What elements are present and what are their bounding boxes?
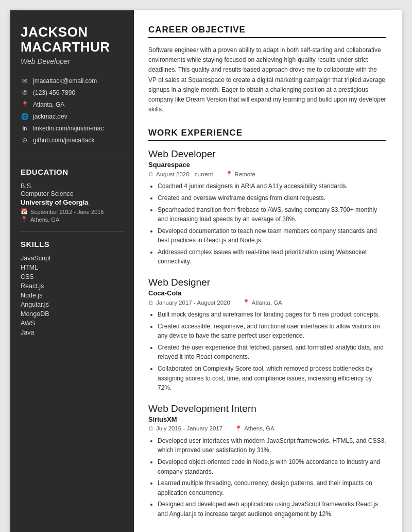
company-name-2: Coca-Cola <box>148 289 386 297</box>
skill-item: JavaScript <box>21 255 124 262</box>
edu-major: Computer Science <box>21 190 124 197</box>
location-text: Atlanta, GA <box>33 101 64 108</box>
bullet-item: Coached 4 junior designers in ARIA and A… <box>158 181 386 191</box>
linkedin-icon: in <box>21 124 29 132</box>
website-icon: 🌐 <box>21 112 29 121</box>
website-text: jackmac.dev <box>33 113 67 120</box>
bullet-item: Created accessible, responsive, and func… <box>158 322 386 341</box>
job-block-1: Web Developer Squarespace 🗓 August 2020 … <box>148 148 386 267</box>
job-meta-2: 🗓 January 2017 - August 2020 📍 Atlanta, … <box>148 299 386 306</box>
skill-item: Angular.js <box>21 301 124 308</box>
education-section: EDUCATION B.S. Computer Science Universi… <box>21 168 124 223</box>
calendar-icon-2: 🗓 <box>148 300 154 306</box>
contact-section: ✉ jmacattack@email.com ✆ (123) 456-7890 … <box>21 77 124 144</box>
job-dates-2: 🗓 January 2017 - August 2020 <box>148 300 230 306</box>
education-block: B.S. Computer Science University of Geor… <box>21 182 124 223</box>
email-text: jmacattack@email.com <box>33 77 97 85</box>
edu-location-text: Athens, GA <box>30 217 59 223</box>
bullet-item: Designed and developed web applications … <box>158 500 386 519</box>
location-icon-2: 📍 <box>243 299 250 306</box>
contact-linkedin: in linkedin.com/in/justin-mac <box>21 124 124 132</box>
name-line1: JACKSON <box>21 24 88 40</box>
job-location-text-1: Remote <box>235 171 255 177</box>
bullet-item: Collaborated on Complexity Score tool, w… <box>158 364 386 393</box>
skill-item: HTML <box>21 264 124 271</box>
skill-item: CSS <box>21 273 124 280</box>
bullet-item: Addressed complex issues with real-time … <box>158 247 386 267</box>
skill-item: AWS <box>21 320 124 327</box>
career-objective-heading: CAREER OBJECTIVE <box>148 25 386 38</box>
edu-dates-text: September 2012 - June 2016 <box>30 209 104 215</box>
job-dates-text-1: August 2020 - current <box>156 171 213 177</box>
job-dates-3: 🗓 July 2016 - January 2017 <box>148 425 222 431</box>
job-location-text-3: Athens, GA <box>244 425 274 431</box>
github-text: github.com/jmacattack <box>33 137 94 144</box>
bullet-item: Learned multiple threading, concurrency,… <box>158 478 386 497</box>
divider-2 <box>21 231 124 231</box>
company-name-1: Squarespace <box>148 161 386 169</box>
job-location-2: 📍 Atlanta, GA <box>243 299 282 306</box>
job-block-2: Web Designer Coca-Cola 🗓 January 2017 - … <box>148 277 386 393</box>
skills-list: JavaScript HTML CSS React.js Node.js Ang… <box>21 255 124 336</box>
phone-text: (123) 456-7890 <box>33 89 75 96</box>
contact-location: 📍 Atlanta, GA <box>21 101 124 109</box>
job-dates-text-2: January 2017 - August 2020 <box>156 300 230 306</box>
contact-email: ✉ jmacattack@email.com <box>21 77 124 85</box>
job-dates-text-3: July 2016 - January 2017 <box>156 425 222 431</box>
contact-github: ⊙ github.com/jmacattack <box>21 136 124 144</box>
job-title-2: Web Designer <box>148 277 386 288</box>
bullet-item: Created and oversaw wireframe designs fr… <box>158 193 386 203</box>
job-title-3: Web Development Intern <box>148 403 386 414</box>
contact-website: 🌐 jackmac.dev <box>21 112 124 121</box>
sidebar: JACKSON MACARTHUR Web Developer ✉ jmacat… <box>10 10 134 532</box>
job-meta-3: 🗓 July 2016 - January 2017 📍 Athens, GA <box>148 425 386 432</box>
github-icon: ⊙ <box>21 136 29 144</box>
company-name-3: SiriusXM <box>148 415 386 423</box>
job-meta-1: 🗓 August 2020 - current 📍 Remote <box>148 171 386 177</box>
main-content: CAREER OBJECTIVE Software engineer with … <box>134 10 402 532</box>
location-icon: 📍 <box>21 101 29 109</box>
bullet-item: Built mock designs and wireframes for la… <box>158 310 386 320</box>
bullet-item: Developed user interfaces with modern Ja… <box>158 436 386 455</box>
work-experience-heading: WORK EXPERIENCE <box>148 128 386 141</box>
edu-degree: B.S. <box>21 182 124 190</box>
calendar-icon-1: 🗓 <box>148 171 154 177</box>
edu-location: 📍 Athens, GA <box>21 216 124 223</box>
location-icon-1: 📍 <box>226 171 233 177</box>
skill-item: MongoDB <box>21 310 124 318</box>
bullet-item: Developed object-oriented code in Node.j… <box>158 457 386 476</box>
calendar-icon-3: 🗓 <box>148 425 154 431</box>
skills-section: SKILLS JavaScript HTML CSS React.js Node… <box>21 240 124 336</box>
location-icon-3: 📍 <box>235 425 242 432</box>
job-location-text-2: Atlanta, GA <box>252 300 282 306</box>
job-bullets-1: Coached 4 junior designers in ARIA and A… <box>148 181 386 267</box>
edu-location-icon: 📍 <box>21 216 28 223</box>
education-heading: EDUCATION <box>21 168 124 176</box>
job-block-3: Web Development Intern SiriusXM 🗓 July 2… <box>148 403 386 519</box>
edu-dates: 📅 September 2012 - June 2016 <box>21 208 124 215</box>
job-bullets-3: Developed user interfaces with modern Ja… <box>148 436 386 519</box>
candidate-title: Web Developer <box>21 57 124 65</box>
linkedin-text: linkedin.com/in/justin-mac <box>33 125 104 132</box>
job-location-1: 📍 Remote <box>226 171 255 177</box>
contact-phone: ✆ (123) 456-7890 <box>21 89 124 97</box>
career-objective-section: CAREER OBJECTIVE Software engineer with … <box>148 25 386 114</box>
phone-icon: ✆ <box>21 89 29 97</box>
skill-item: Java <box>21 329 124 336</box>
work-experience-section: WORK EXPERIENCE Web Developer Squarespac… <box>148 128 386 519</box>
skills-heading: SKILLS <box>21 240 124 248</box>
job-dates-1: 🗓 August 2020 - current <box>148 171 213 177</box>
job-bullets-2: Built mock designs and wireframes for la… <box>148 310 386 393</box>
name-line2: MACARTHUR <box>21 39 110 55</box>
divider-1 <box>21 159 124 159</box>
candidate-name: JACKSON MACARTHUR <box>21 25 124 54</box>
skill-item: React.js <box>21 282 124 290</box>
calendar-icon: 📅 <box>21 208 28 215</box>
job-title-1: Web Developer <box>148 148 386 160</box>
bullet-item: Developed documentation to teach new tea… <box>158 226 386 245</box>
email-icon: ✉ <box>21 77 29 85</box>
resume-container: JACKSON MACARTHUR Web Developer ✉ jmacat… <box>10 10 402 532</box>
bullet-item: Spearheaded transition from firebase to … <box>158 205 386 224</box>
job-location-3: 📍 Athens, GA <box>235 425 274 432</box>
bullet-item: Created the user experience that fetched… <box>158 343 386 362</box>
